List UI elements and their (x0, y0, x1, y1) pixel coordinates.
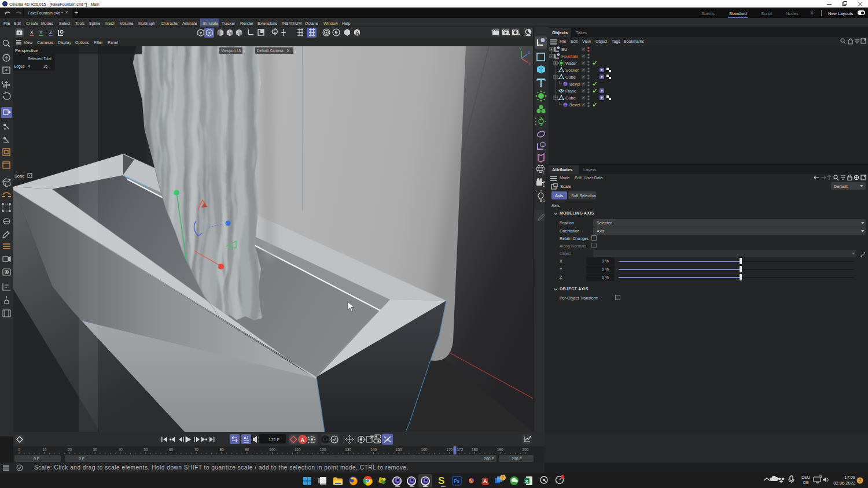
svg-text:7: 7 (859, 479, 861, 483)
svg-text:Cube: Cube (565, 75, 576, 80)
svg-text:150: 150 (396, 448, 402, 452)
svg-text:160: 160 (421, 448, 428, 452)
svg-text:36: 36 (43, 64, 48, 68)
svg-text:170: 170 (446, 448, 453, 452)
svg-text:Perspective: Perspective (15, 48, 38, 53)
svg-text:40: 40 (118, 448, 123, 452)
svg-text:180: 180 (472, 448, 478, 452)
svg-text:4: 4 (28, 64, 30, 68)
svg-text:140: 140 (370, 448, 377, 452)
svg-text:17:09: 17:09 (844, 475, 855, 480)
svg-text:0: 0 (18, 448, 20, 452)
svg-text:Z: Z (528, 50, 530, 54)
svg-text:A: A (355, 30, 359, 36)
svg-text:Bevel: Bevel (569, 102, 580, 108)
svg-text:A: A (301, 437, 305, 443)
svg-text:Selected Total: Selected Total (28, 57, 52, 61)
svg-text:Fountain: Fountain (561, 54, 578, 59)
svg-text:172 F: 172 F (269, 437, 280, 442)
svg-text:X: X (525, 479, 529, 484)
svg-text:X: X (30, 29, 34, 35)
svg-text:10: 10 (42, 448, 47, 452)
svg-text:20: 20 (68, 448, 72, 452)
svg-text:7: 7 (502, 476, 504, 480)
svg-text:100: 100 (269, 448, 275, 452)
svg-text:80: 80 (219, 448, 224, 452)
svg-text:Y: Y (39, 29, 43, 35)
svg-text:60: 60 (169, 448, 174, 452)
svg-text:A: A (483, 478, 487, 484)
svg-text:S: S (438, 475, 444, 486)
svg-text:190: 190 (497, 448, 503, 452)
svg-text:Default Camera: Default Camera (257, 49, 284, 53)
svg-text:Ps: Ps (454, 478, 459, 484)
svg-text:120: 120 (320, 448, 326, 452)
svg-text:Socket: Socket (565, 68, 579, 73)
svg-text:130: 130 (345, 448, 351, 452)
svg-text:BU: BU (561, 47, 567, 52)
svg-text:Cube: Cube (565, 95, 576, 101)
svg-text:172: 172 (457, 448, 464, 452)
svg-text:Scale: Scale (14, 174, 25, 178)
svg-text:Viewport I:3: Viewport I:3 (221, 49, 241, 53)
svg-text:70: 70 (194, 448, 199, 452)
svg-text:50: 50 (144, 448, 148, 452)
svg-text:30: 30 (93, 448, 98, 452)
svg-text:200: 200 (523, 448, 529, 452)
svg-text:02.06.2022: 02.06.2022 (833, 480, 855, 486)
svg-text:DE: DE (803, 480, 809, 485)
svg-text:DEU: DEU (801, 475, 810, 479)
svg-text:Plane: Plane (565, 88, 576, 94)
svg-text:Y: Y (519, 47, 522, 51)
svg-text:Water: Water (565, 61, 577, 66)
svg-text:Edges: Edges (14, 64, 25, 69)
svg-text:Bevel: Bevel (569, 82, 580, 87)
svg-text:X: X (528, 62, 531, 66)
svg-text:Z: Z (49, 29, 52, 35)
svg-text:90: 90 (245, 448, 249, 452)
svg-text:110: 110 (295, 448, 301, 452)
svg-text:A: A (244, 435, 247, 441)
